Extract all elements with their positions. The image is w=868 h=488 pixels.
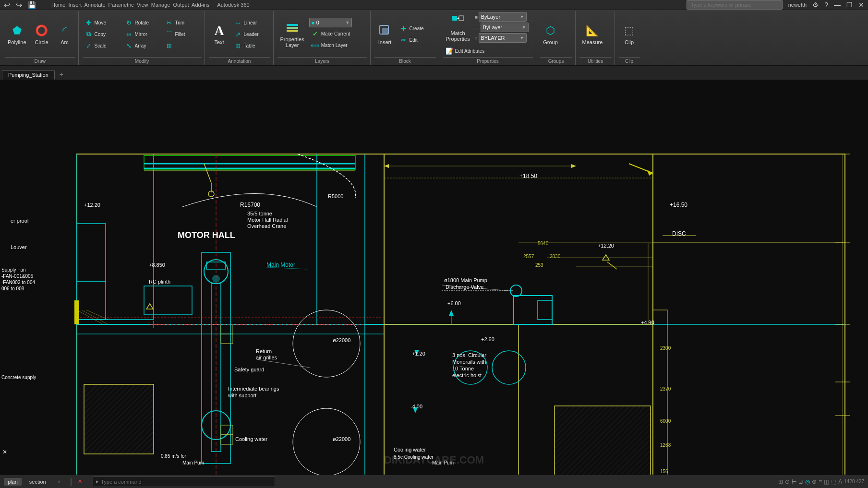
statusbar-icons: ⊞ ⊙ ⊢ ⊿ ◎ ⊕ ≡ ◫ ⬚ A 1420 427 xyxy=(778,478,864,485)
ribbon-top-label: Home Insert Annotate Parametric View Man… xyxy=(51,2,209,8)
draw-group-label: Draw xyxy=(5,57,75,64)
edit-block-icon: ✏ xyxy=(399,36,408,44)
restore-button[interactable]: ❐ xyxy=(846,1,853,9)
close-button[interactable]: ✕ xyxy=(858,1,864,9)
undo-button[interactable]: ↩ xyxy=(4,0,10,10)
ortho-icon[interactable]: ⊢ xyxy=(792,478,796,485)
insert-icon xyxy=(377,23,393,38)
svg-text:electric hoist: electric hoist xyxy=(452,372,482,378)
layer-dropdown[interactable]: ■ 0 ▼ xyxy=(309,18,352,27)
utilities-tools: 📐 Measure xyxy=(579,12,612,56)
file-tabs-bar: Pumping_Station + xyxy=(0,66,868,80)
copy-button[interactable]: ⧉ Copy xyxy=(83,29,121,39)
save-button[interactable]: 💾 xyxy=(28,1,36,9)
section-tab[interactable]: section xyxy=(25,478,50,486)
svg-text:+12.20: +12.20 xyxy=(84,202,100,208)
svg-text:Louver: Louver xyxy=(11,244,27,250)
layer-properties-button[interactable]: PropertiesLayer xyxy=(277,18,307,50)
statusbar-close-icon[interactable]: ✕ xyxy=(78,478,82,485)
group-button[interactable]: ⬡ Group xyxy=(540,21,561,47)
annotation-group-label: Annotation xyxy=(209,57,270,64)
array-icon: ⊞ xyxy=(165,41,174,50)
svg-text:er proof: er proof xyxy=(11,218,29,224)
create-button[interactable]: ✚ Create xyxy=(398,23,436,34)
autodesk360-label: Autodesk 360 xyxy=(217,2,249,8)
svg-text:-FAN-001&005: -FAN-001&005 xyxy=(1,274,34,279)
fillet-icon: ⌒ xyxy=(165,30,174,38)
annotation-scale-icon[interactable]: A xyxy=(838,478,842,485)
leader-button[interactable]: ↗ Leader xyxy=(232,29,270,39)
linetype-value: ByLayer xyxy=(483,24,502,30)
add-tab-button[interactable]: + xyxy=(56,69,67,80)
circle-icon: ⭕ xyxy=(34,23,49,38)
edit-block-button[interactable]: ✏ Edit xyxy=(398,35,436,45)
arc-button[interactable]: ◜ Arc xyxy=(54,21,75,47)
mirror-button[interactable]: ⇔ Mirror xyxy=(123,29,161,39)
clip-button[interactable]: ⬚ Clip xyxy=(619,21,640,47)
fillet-label: Fillet xyxy=(175,32,185,37)
svg-text:+1.20: +1.20 xyxy=(412,351,425,357)
lineweight-dropdown[interactable]: BYLAYER ▼ xyxy=(479,33,527,43)
edit-attributes-button[interactable]: 📝 Edit Attributes xyxy=(443,46,487,56)
array-button[interactable]: ⊞ xyxy=(163,40,202,51)
layer-properties-icon xyxy=(285,20,300,36)
selection-icon[interactable]: ⬚ xyxy=(831,478,836,485)
table-label: Table xyxy=(244,43,255,48)
stretch-button[interactable]: ⤢ Scale xyxy=(83,40,121,51)
plan-tab[interactable]: plan xyxy=(4,478,22,486)
add-layout-button[interactable]: + xyxy=(54,478,64,486)
fillet-button[interactable]: ⌒ Fillet xyxy=(163,29,202,39)
search-input[interactable] xyxy=(687,0,783,10)
text-button[interactable]: A Text xyxy=(209,21,230,47)
arc-label: Arc xyxy=(60,39,69,45)
clip-label: Clip xyxy=(625,39,634,45)
measure-button[interactable]: 📐 Measure xyxy=(579,21,606,47)
svg-text:Safety guard: Safety guard xyxy=(234,367,264,372)
rotate-button[interactable]: ↻ Rotate xyxy=(123,17,161,28)
command-input[interactable] xyxy=(101,479,272,485)
ribbon-group-properties: MatchProperties ■ ByLayer ▼ — xyxy=(440,11,536,65)
move-button[interactable]: ✥ Move xyxy=(83,17,121,28)
match-layer-icon: ⟺ xyxy=(311,41,320,49)
svg-text:156: 156 xyxy=(660,469,668,474)
linear-button[interactable]: ↔ Linear xyxy=(232,17,270,28)
scale-button[interactable]: ⤡ Array xyxy=(123,40,161,51)
insert-button[interactable]: Insert xyxy=(374,21,396,47)
svg-text:DIKIDAYCARE.COM: DIKIDAYCARE.COM xyxy=(384,454,484,466)
match-properties-button[interactable]: MatchProperties xyxy=(443,12,473,44)
group-icon: ⬡ xyxy=(543,23,558,38)
linear-label: Linear xyxy=(244,20,257,25)
svg-text:-FAN002 to 004: -FAN002 to 004 xyxy=(1,280,35,285)
linear-icon: ↔ xyxy=(234,18,242,27)
svg-text:Supply Fan: Supply Fan xyxy=(1,267,26,273)
lineweight-status-icon[interactable]: ≡ xyxy=(819,478,822,485)
trim-button[interactable]: ✂ Trim xyxy=(163,17,202,28)
settings-icon[interactable]: ⚙ xyxy=(812,1,819,9)
otrack-icon[interactable]: ⊕ xyxy=(812,478,817,485)
match-layer-button[interactable]: ⟺ Match Layer xyxy=(309,40,352,50)
redo-button[interactable]: ↪ xyxy=(16,0,22,10)
grid-icon[interactable]: ⊞ xyxy=(778,478,783,485)
move-icon: ✥ xyxy=(84,18,93,27)
clip-tools: ⬚ Clip xyxy=(619,12,640,56)
edit-block-label: Edit xyxy=(410,37,418,43)
text-label: Text xyxy=(214,39,224,45)
color-dropdown[interactable]: ByLayer ▼ xyxy=(479,12,527,22)
polar-icon[interactable]: ⊿ xyxy=(798,478,803,485)
osnap-icon[interactable]: ◎ xyxy=(805,478,810,485)
help-icon[interactable]: ? xyxy=(824,1,828,9)
circle-button[interactable]: ⭕ Circle xyxy=(31,21,52,47)
minimize-button[interactable]: — xyxy=(834,1,841,9)
table-button[interactable]: ⊞ Table xyxy=(232,40,270,51)
linetype-dropdown[interactable]: ByLayer ▼ xyxy=(481,23,529,32)
make-current-button[interactable]: ✔ Make Current xyxy=(309,28,352,39)
command-input-area[interactable]: ▸ xyxy=(93,476,275,487)
transparency-icon[interactable]: ◫ xyxy=(824,478,829,485)
properties-tools: MatchProperties ■ ByLayer ▼ — xyxy=(443,12,533,56)
file-tab-pumping-station[interactable]: Pumping_Station xyxy=(2,70,55,80)
ribbon-group-utilities: 📐 Measure Utilities xyxy=(577,11,615,65)
snap-icon[interactable]: ⊙ xyxy=(785,478,790,485)
circle-label: Circle xyxy=(35,39,48,45)
polyline-button[interactable]: ⬟ Polyline xyxy=(5,21,29,47)
ribbon-top-bar: ↩ ↪ 💾 Home Insert Annotate Parametric Vi… xyxy=(0,0,868,10)
